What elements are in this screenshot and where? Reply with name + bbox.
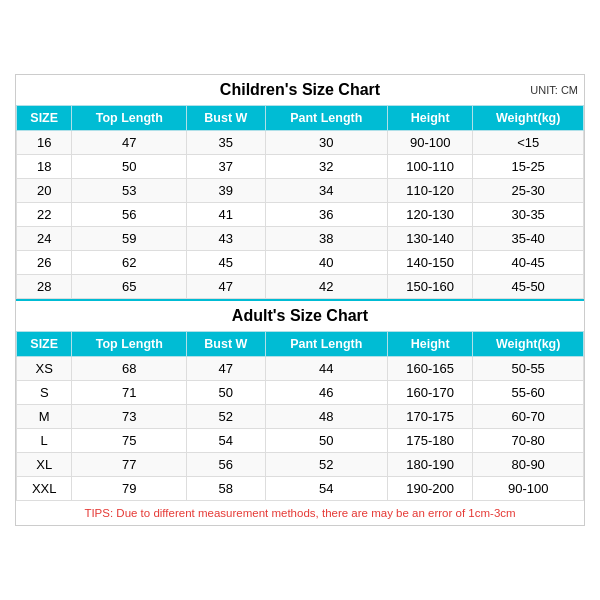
table-cell: 50 <box>265 429 387 453</box>
table-row: XS684744160-16550-55 <box>17 357 584 381</box>
table-row: 28654742150-16045-50 <box>17 275 584 299</box>
children-header-row: SIZE Top Length Bust W Pant Length Heigh… <box>17 106 584 131</box>
col-bust-w: Bust W <box>187 106 265 131</box>
table-cell: 40-45 <box>473 251 584 275</box>
table-row: 26624540140-15040-45 <box>17 251 584 275</box>
table-cell: 42 <box>265 275 387 299</box>
table-cell: 28 <box>17 275 72 299</box>
table-cell: 130-140 <box>387 227 472 251</box>
table-cell: 45-50 <box>473 275 584 299</box>
table-cell: 56 <box>72 203 187 227</box>
children-size-table: SIZE Top Length Bust W Pant Length Heigh… <box>16 105 584 299</box>
table-cell: 44 <box>265 357 387 381</box>
table-cell: 34 <box>265 179 387 203</box>
adult-col-weight: Weight(kg) <box>473 332 584 357</box>
table-cell: 35-40 <box>473 227 584 251</box>
table-cell: 18 <box>17 155 72 179</box>
table-cell: 90-100 <box>473 477 584 501</box>
col-weight: Weight(kg) <box>473 106 584 131</box>
table-cell: 90-100 <box>387 131 472 155</box>
table-cell: 47 <box>187 275 265 299</box>
table-cell: 47 <box>187 357 265 381</box>
table-cell: 60-70 <box>473 405 584 429</box>
table-cell: 40 <box>265 251 387 275</box>
table-row: XXL795854190-20090-100 <box>17 477 584 501</box>
table-cell: M <box>17 405 72 429</box>
table-cell: 77 <box>72 453 187 477</box>
table-cell: 30 <box>265 131 387 155</box>
table-cell: 37 <box>187 155 265 179</box>
table-cell: 59 <box>72 227 187 251</box>
table-cell: 53 <box>72 179 187 203</box>
table-cell: 54 <box>187 429 265 453</box>
table-cell: 52 <box>265 453 387 477</box>
children-title-text: Children's Size Chart <box>220 81 380 98</box>
table-cell: 22 <box>17 203 72 227</box>
table-cell: 45 <box>187 251 265 275</box>
table-row: 24594338130-14035-40 <box>17 227 584 251</box>
table-row: XL775652180-19080-90 <box>17 453 584 477</box>
table-cell: 62 <box>72 251 187 275</box>
table-cell: 16 <box>17 131 72 155</box>
col-height: Height <box>387 106 472 131</box>
adult-col-size: SIZE <box>17 332 72 357</box>
table-cell: 71 <box>72 381 187 405</box>
table-cell: S <box>17 381 72 405</box>
adult-col-pant-length: Pant Length <box>265 332 387 357</box>
table-cell: 80-90 <box>473 453 584 477</box>
table-cell: 170-175 <box>387 405 472 429</box>
table-cell: 35 <box>187 131 265 155</box>
table-cell: 15-25 <box>473 155 584 179</box>
table-cell: 160-170 <box>387 381 472 405</box>
size-chart-container: Children's Size Chart UNIT: CM SIZE Top … <box>15 74 585 526</box>
adult-col-bust-w: Bust W <box>187 332 265 357</box>
table-cell: 55-60 <box>473 381 584 405</box>
table-cell: 56 <box>187 453 265 477</box>
adult-header-row: SIZE Top Length Bust W Pant Length Heigh… <box>17 332 584 357</box>
table-cell: 175-180 <box>387 429 472 453</box>
table-row: 22564136120-13030-35 <box>17 203 584 227</box>
table-cell: 20 <box>17 179 72 203</box>
table-cell: 26 <box>17 251 72 275</box>
table-cell: 110-120 <box>387 179 472 203</box>
table-cell: 39 <box>187 179 265 203</box>
table-cell: 36 <box>265 203 387 227</box>
table-cell: L <box>17 429 72 453</box>
table-cell: 58 <box>187 477 265 501</box>
table-cell: 25-30 <box>473 179 584 203</box>
table-cell: 75 <box>72 429 187 453</box>
table-row: L755450175-18070-80 <box>17 429 584 453</box>
table-row: M735248170-17560-70 <box>17 405 584 429</box>
table-cell: 47 <box>72 131 187 155</box>
table-cell: 38 <box>265 227 387 251</box>
col-top-length: Top Length <box>72 106 187 131</box>
table-cell: 180-190 <box>387 453 472 477</box>
unit-label: UNIT: CM <box>530 84 578 96</box>
table-row: 18503732100-11015-25 <box>17 155 584 179</box>
table-row: 20533934110-12025-30 <box>17 179 584 203</box>
table-cell: 73 <box>72 405 187 429</box>
table-cell: 140-150 <box>387 251 472 275</box>
adult-col-top-length: Top Length <box>72 332 187 357</box>
adult-col-height: Height <box>387 332 472 357</box>
table-cell: 43 <box>187 227 265 251</box>
table-cell: 50 <box>187 381 265 405</box>
table-cell: 24 <box>17 227 72 251</box>
col-pant-length: Pant Length <box>265 106 387 131</box>
adult-section-title: Adult's Size Chart <box>16 299 584 331</box>
table-cell: XXL <box>17 477 72 501</box>
adult-title-text: Adult's Size Chart <box>232 307 368 324</box>
table-cell: 30-35 <box>473 203 584 227</box>
table-cell: 65 <box>72 275 187 299</box>
table-cell: 41 <box>187 203 265 227</box>
table-cell: 50 <box>72 155 187 179</box>
table-cell: 54 <box>265 477 387 501</box>
table-cell: <15 <box>473 131 584 155</box>
table-cell: 120-130 <box>387 203 472 227</box>
table-cell: 68 <box>72 357 187 381</box>
tips-text: TIPS: Due to different measurement metho… <box>16 501 584 525</box>
table-cell: 150-160 <box>387 275 472 299</box>
table-cell: XS <box>17 357 72 381</box>
table-cell: 32 <box>265 155 387 179</box>
children-section-title: Children's Size Chart UNIT: CM <box>16 75 584 105</box>
